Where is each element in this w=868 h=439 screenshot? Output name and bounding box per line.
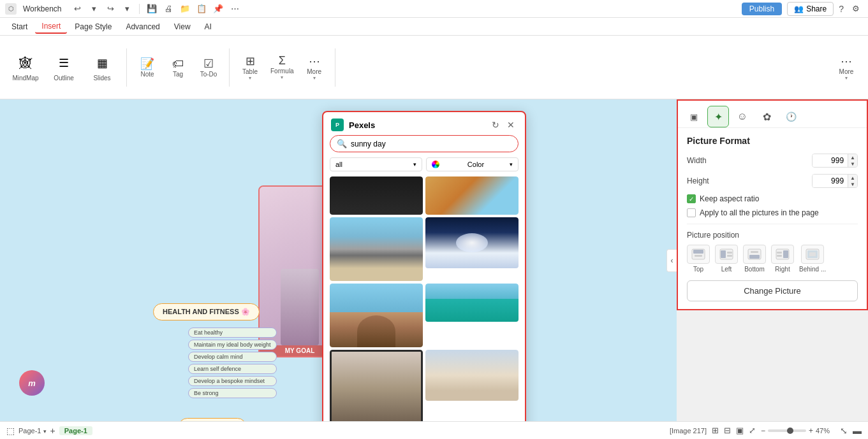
- tool-slides[interactable]: ▦ Slides: [84, 49, 120, 85]
- width-input[interactable]: [813, 154, 848, 167]
- tool-table[interactable]: ⊞ Table ▾: [236, 52, 264, 83]
- panel-collapse-button[interactable]: ‹: [666, 249, 677, 272]
- lifestyle-node[interactable]: LIFESTYLE 🌸: [179, 418, 246, 421]
- minimize-icon[interactable]: ▬: [853, 426, 862, 436]
- tool-todo[interactable]: ☑ To-Do: [195, 54, 223, 80]
- pos-bottom[interactable]: Bottom: [743, 245, 766, 273]
- apply-all-row[interactable]: Apply to all the pictures in the page: [687, 208, 858, 217]
- tab-schedule[interactable]: 🕐: [780, 106, 802, 127]
- pos-behind[interactable]: Behind ...: [799, 245, 826, 273]
- pexels-image-grid: [323, 176, 525, 421]
- pexels-image-1[interactable]: [330, 176, 423, 215]
- status-icon-2[interactable]: ⊟: [724, 426, 731, 435]
- tool-outline[interactable]: ☰ Outline: [46, 49, 82, 85]
- add-page-button[interactable]: +: [50, 426, 55, 436]
- undo-button[interactable]: ↩: [70, 2, 84, 16]
- menu-insert[interactable]: Insert: [35, 20, 67, 34]
- tab-effects[interactable]: ✿: [756, 106, 777, 127]
- height-step-up[interactable]: ▲: [848, 175, 857, 181]
- health-node[interactable]: HEALTH AND FITNESS 🌸: [153, 303, 260, 320]
- pexels-image-8[interactable]: [425, 350, 519, 421]
- share-button[interactable]: 👥 Share: [787, 2, 834, 16]
- undo-arrow-button[interactable]: ▾: [87, 2, 101, 16]
- panel-body: Picture Format Width ▲ ▼ Height: [678, 128, 867, 309]
- pos-left[interactable]: Left: [715, 245, 738, 273]
- apply-all-checkbox[interactable]: [687, 208, 696, 217]
- width-step-up[interactable]: ▲: [848, 154, 857, 161]
- status-icon-4[interactable]: ⤢: [749, 426, 756, 435]
- print-button[interactable]: 🖨: [161, 2, 175, 16]
- paste-button[interactable]: 📌: [211, 2, 225, 16]
- tool-note[interactable]: 📝 Note: [133, 54, 161, 80]
- note-icon: 📝: [140, 57, 154, 71]
- change-picture-button[interactable]: Change Picture: [687, 280, 858, 301]
- canvas[interactable]: MY GOAL HEALTH AND FITNESS 🌸 Eat healthy…: [0, 99, 677, 421]
- sub-node-4[interactable]: Learn self defence: [188, 364, 277, 374]
- pexels-search-input[interactable]: [351, 140, 511, 148]
- publish-button[interactable]: Publish: [742, 3, 782, 15]
- more-button[interactable]: ⋯: [228, 2, 242, 16]
- pexels-filter-color[interactable]: Color ▾: [426, 157, 519, 171]
- pos-top-icon: [687, 245, 710, 264]
- copy-button[interactable]: 📋: [195, 2, 209, 16]
- width-input-group[interactable]: ▲ ▼: [812, 154, 858, 168]
- tool-more[interactable]: ⋯ More ▾: [300, 52, 328, 83]
- fullscreen-icon[interactable]: ⤡: [840, 426, 848, 436]
- pos-right-icon: [771, 245, 794, 264]
- keep-ratio-row[interactable]: ✓ Keep aspect ratio: [687, 194, 858, 203]
- sub-node-6[interactable]: Be strong: [188, 388, 277, 398]
- menu-page-style[interactable]: Page Style: [68, 20, 118, 33]
- zoom-in-button[interactable]: +: [809, 426, 813, 435]
- redo-arrow-button[interactable]: ▾: [120, 2, 134, 16]
- pos-right[interactable]: Right: [771, 245, 794, 273]
- tool-mindmap[interactable]: 🕸 MindMap: [8, 49, 43, 85]
- page-selector[interactable]: Page-1 ▾: [18, 427, 47, 435]
- toolbar-sep-2: [229, 48, 230, 87]
- svg-rect-13: [777, 255, 782, 257]
- zoom-control: − + 47%: [761, 426, 835, 435]
- toolbar-sep-1: [126, 48, 127, 87]
- tool-tag[interactable]: 🏷 Tag: [164, 55, 192, 80]
- redo-button[interactable]: ↪: [103, 2, 117, 16]
- chevron-down-icon: ▾: [413, 161, 416, 168]
- sub-node-1[interactable]: Eat healthy: [188, 327, 277, 338]
- height-input[interactable]: [813, 175, 848, 187]
- help-button[interactable]: ?: [839, 4, 844, 14]
- sub-node-5[interactable]: Develop a bespoke mindset: [188, 376, 277, 386]
- tab-emoji[interactable]: ☺: [732, 106, 753, 127]
- zoom-slider[interactable]: [768, 429, 806, 432]
- menu-advanced[interactable]: Advanced: [119, 20, 166, 33]
- sub-node-2[interactable]: Maintain my ideal body weight: [188, 340, 277, 350]
- zoom-out-button[interactable]: −: [761, 426, 765, 435]
- pexels-close-button[interactable]: ✕: [504, 119, 517, 131]
- pexels-image-7[interactable]: [330, 350, 423, 421]
- pexels-image-6[interactable]: [425, 284, 519, 347]
- keep-ratio-checkbox[interactable]: ✓: [687, 194, 696, 203]
- pexels-image-4[interactable]: [425, 217, 519, 281]
- tool-formula[interactable]: Σ Formula ▾: [267, 52, 298, 83]
- export-button[interactable]: 📁: [178, 2, 192, 16]
- pexels-search-bar[interactable]: 🔍: [330, 135, 519, 152]
- menu-view[interactable]: View: [168, 20, 197, 33]
- pexels-filter-all[interactable]: all ▾: [330, 157, 422, 171]
- active-page-tab[interactable]: Page-1: [59, 426, 92, 435]
- status-icon-3[interactable]: ▣: [736, 426, 744, 435]
- pexels-image-3[interactable]: [330, 217, 423, 281]
- pexels-image-2[interactable]: [425, 176, 519, 215]
- settings-button[interactable]: ⚙: [849, 2, 863, 16]
- menu-start[interactable]: Start: [5, 20, 34, 33]
- menu-ai[interactable]: AI: [198, 20, 218, 33]
- tool-more-right[interactable]: ⋯ More ▾: [832, 52, 860, 83]
- status-icon-1[interactable]: ⊞: [712, 426, 719, 435]
- sub-node-3[interactable]: Develop calm mind: [188, 352, 277, 362]
- pexels-refresh-button[interactable]: ↻: [492, 120, 499, 130]
- page-view-icon[interactable]: ⬚: [6, 426, 15, 436]
- width-step-down[interactable]: ▼: [848, 161, 857, 167]
- pos-top[interactable]: Top: [687, 245, 710, 273]
- tab-style[interactable]: ✦: [707, 106, 729, 127]
- height-step-down[interactable]: ▼: [848, 181, 857, 187]
- save-button[interactable]: 💾: [145, 2, 159, 16]
- pexels-image-5[interactable]: [330, 284, 423, 347]
- height-input-group[interactable]: ▲ ▼: [812, 174, 858, 188]
- tab-format[interactable]: ▣: [683, 106, 705, 127]
